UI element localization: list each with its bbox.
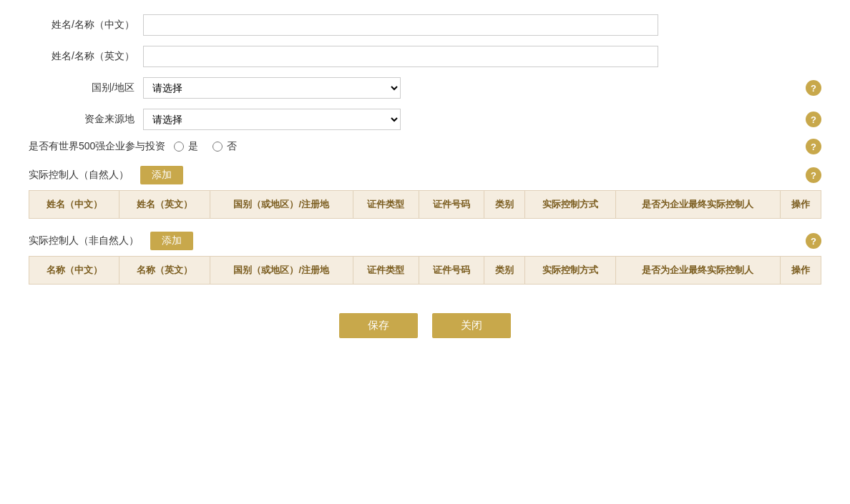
non-natural-person-title: 实际控制人（非自然人） bbox=[29, 234, 139, 247]
save-button[interactable]: 保存 bbox=[339, 313, 418, 338]
fortune500-yes-label: 是 bbox=[188, 140, 198, 153]
non-natural-person-table-header-row: 名称（中文） 名称（英文） 国别（或地区）/注册地 证件类型 证件号码 类别 实… bbox=[29, 257, 821, 285]
fortune500-no-radio[interactable] bbox=[212, 142, 223, 152]
fund-source-help-icon[interactable]: ? bbox=[806, 112, 821, 127]
non-natural-person-col-is-final: 是否为企业最终实际控制人 bbox=[615, 257, 780, 285]
natural-person-table-header-row: 姓名（中文） 姓名（英文） 国别（或地区）/注册地 证件类型 证件号码 类别 实… bbox=[29, 191, 821, 219]
natural-person-col-name-cn: 姓名（中文） bbox=[29, 191, 119, 219]
fortune500-no-option[interactable]: 否 bbox=[212, 140, 237, 153]
fund-source-row: 资金来源地 请选择 ? bbox=[29, 109, 821, 130]
natural-person-help-icon[interactable]: ? bbox=[806, 167, 821, 183]
action-area: 保存 关闭 bbox=[29, 313, 821, 338]
non-natural-person-section: 实际控制人（非自然人） 添加 ? 名称（中文） 名称（英文） 国别（或地区）/注… bbox=[29, 232, 821, 285]
natural-person-col-name-en: 姓名（英文） bbox=[119, 191, 210, 219]
name-cn-input[interactable] bbox=[143, 14, 658, 36]
fortune500-row: 是否有世界500强企业参与投资 是 否 ? bbox=[29, 140, 821, 153]
natural-person-add-button[interactable]: 添加 bbox=[140, 166, 183, 184]
natural-person-table: 姓名（中文） 姓名（英文） 国别（或地区）/注册地 证件类型 证件号码 类别 实… bbox=[29, 190, 821, 219]
fund-source-label: 资金来源地 bbox=[29, 113, 143, 126]
natural-person-title: 实际控制人（自然人） bbox=[29, 169, 129, 182]
non-natural-person-table: 名称（中文） 名称（英文） 国别（或地区）/注册地 证件类型 证件号码 类别 实… bbox=[29, 256, 821, 285]
non-natural-person-col-action: 操作 bbox=[780, 257, 821, 285]
fortune500-yes-radio[interactable] bbox=[174, 142, 184, 152]
natural-person-col-action: 操作 bbox=[780, 191, 821, 219]
non-natural-person-help-icon[interactable]: ? bbox=[806, 233, 821, 249]
non-natural-person-col-control-method: 实际控制方式 bbox=[525, 257, 615, 285]
natural-person-col-cert-no: 证件号码 bbox=[419, 191, 484, 219]
name-cn-row: 姓名/名称（中文） bbox=[29, 14, 821, 36]
country-label: 国别/地区 bbox=[29, 81, 143, 94]
country-row: 国别/地区 请选择 ? bbox=[29, 77, 821, 99]
natural-person-col-cert-type: 证件类型 bbox=[353, 191, 419, 219]
fortune500-help-icon[interactable]: ? bbox=[806, 139, 821, 154]
fortune500-radio-group: 是 否 bbox=[174, 140, 237, 153]
country-select[interactable]: 请选择 bbox=[143, 77, 401, 99]
natural-person-col-control-method: 实际控制方式 bbox=[525, 191, 615, 219]
fortune500-label: 是否有世界500强企业参与投资 bbox=[29, 140, 174, 153]
non-natural-person-add-button[interactable]: 添加 bbox=[150, 232, 193, 250]
natural-person-col-country: 国别（或地区）/注册地 bbox=[210, 191, 353, 219]
fund-source-select[interactable]: 请选择 bbox=[143, 109, 401, 130]
non-natural-person-col-category: 类别 bbox=[484, 257, 525, 285]
natural-person-col-category: 类别 bbox=[484, 191, 525, 219]
name-cn-label: 姓名/名称（中文） bbox=[29, 19, 143, 31]
non-natural-person-col-country: 国别（或地区）/注册地 bbox=[210, 257, 353, 285]
fortune500-no-label: 否 bbox=[227, 140, 237, 153]
natural-person-col-is-final: 是否为企业最终实际控制人 bbox=[615, 191, 780, 219]
country-help-icon[interactable]: ? bbox=[806, 80, 821, 96]
non-natural-person-header: 实际控制人（非自然人） 添加 ? bbox=[29, 232, 821, 250]
fortune500-yes-option[interactable]: 是 bbox=[174, 140, 198, 153]
natural-person-section: 实际控制人（自然人） 添加 ? 姓名（中文） 姓名（英文） 国别（或地区）/注册… bbox=[29, 166, 821, 219]
non-natural-person-col-cert-type: 证件类型 bbox=[353, 257, 419, 285]
form-section: 姓名/名称（中文） 姓名/名称（英文） 国别/地区 请选择 ? 资金来源地 请选… bbox=[29, 14, 821, 153]
name-en-input[interactable] bbox=[143, 46, 658, 67]
natural-person-header: 实际控制人（自然人） 添加 ? bbox=[29, 166, 821, 184]
name-en-row: 姓名/名称（英文） bbox=[29, 46, 821, 67]
close-button[interactable]: 关闭 bbox=[432, 313, 511, 338]
name-en-label: 姓名/名称（英文） bbox=[29, 50, 143, 63]
non-natural-person-col-name-en: 名称（英文） bbox=[119, 257, 210, 285]
non-natural-person-col-cert-no: 证件号码 bbox=[419, 257, 484, 285]
non-natural-person-col-name-cn: 名称（中文） bbox=[29, 257, 119, 285]
